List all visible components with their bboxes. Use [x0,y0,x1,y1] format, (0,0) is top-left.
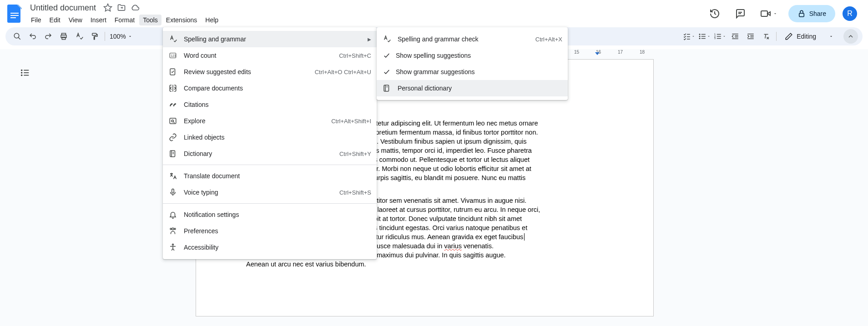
share-label: Share [809,10,826,17]
tools-compare[interactable]: Compare documents [163,80,377,96]
link-icon [168,133,177,142]
increase-indent-icon[interactable] [743,29,758,44]
accessibility-icon [168,243,177,252]
explore-icon [168,116,177,125]
star-icon[interactable] [103,3,112,12]
comments-icon[interactable] [731,5,749,23]
menu-extensions[interactable]: Extensions [162,15,201,25]
docs-logo-icon[interactable] [5,5,24,23]
tools-translate[interactable]: Translate document [163,168,377,184]
svg-line-10 [18,37,20,40]
spellcheck-icon [168,35,177,44]
svg-point-42 [21,72,23,74]
menu-format[interactable]: Format [111,15,138,25]
history-icon[interactable] [706,5,724,23]
paint-format-icon[interactable] [87,29,102,44]
menu-edit[interactable]: Edit [46,15,64,25]
tools-citations[interactable]: Citations [163,96,377,113]
word-count-icon: 123 [168,51,177,60]
svg-point-18 [699,34,700,35]
collapse-toolbar-icon[interactable] [843,29,858,44]
spelling-submenu: Spelling and grammar check Ctrl+Alt+X Sh… [377,27,568,100]
svg-point-9 [14,33,19,38]
search-icon[interactable] [10,29,25,44]
svg-point-59 [174,228,176,230]
outline-toggle-icon[interactable] [17,65,33,80]
menu-insert[interactable]: Insert [87,15,110,25]
tools-dropdown: Spelling and grammar ▶ 123 Word count Ct… [163,27,377,259]
menu-help[interactable]: Help [202,15,222,25]
mic-icon [168,188,177,197]
submenu-show-spelling[interactable]: Show spelling suggestions [377,47,568,64]
spellcheck-icon [382,35,391,44]
tools-voice-typing[interactable]: Voice typing Ctrl+Shift+S [163,184,377,201]
compare-icon [168,84,177,93]
check-icon [382,68,391,75]
tools-explore[interactable]: Explore Ctrl+Alt+Shift+I [163,113,377,129]
submenu-spellcheck[interactable]: Spelling and grammar check Ctrl+Alt+X [377,31,568,47]
mode-selector[interactable]: Editing [779,30,839,43]
tools-word-count[interactable]: 123 Word count Ctrl+Shift+C [163,47,377,64]
review-icon [168,67,177,76]
clear-formatting-icon[interactable] [759,29,773,44]
submenu-personal-dictionary[interactable]: Personal dictionary [377,80,568,96]
svg-text:123: 123 [171,54,177,57]
bell-icon [168,210,177,219]
bulleted-list-icon[interactable] [697,29,712,44]
menu-view[interactable]: View [65,15,86,25]
undo-icon[interactable] [25,29,40,44]
redo-icon[interactable] [41,29,56,44]
meet-icon[interactable] [757,5,781,23]
menu-file[interactable]: File [27,15,45,25]
svg-point-40 [21,70,23,71]
zoom-selector[interactable]: 100% [108,33,134,40]
menu-tools[interactable]: Tools [139,15,161,25]
svg-line-52 [174,122,175,123]
svg-rect-19 [701,34,705,35]
svg-text:3: 3 [714,37,716,40]
check-icon [382,52,391,59]
tools-dictionary[interactable]: Dictionary Ctrl+Shift+Y [163,145,377,162]
tools-spelling-grammar[interactable]: Spelling and grammar ▶ [163,31,377,47]
numbered-list-icon[interactable]: 123 [712,29,727,44]
svg-point-58 [172,228,174,230]
document-title[interactable]: Untitled document [27,2,99,14]
text-cursor [524,233,525,241]
tools-linked-objects[interactable]: Linked objects [163,129,377,145]
svg-marker-3 [104,4,112,11]
cloud-status-icon[interactable] [131,3,140,12]
book-icon [382,84,391,93]
svg-point-22 [699,38,700,39]
spelling-error: varius [444,242,462,250]
decrease-indent-icon[interactable] [728,29,742,44]
share-button[interactable]: Share [788,5,835,22]
svg-rect-21 [701,36,705,37]
tools-notifications[interactable]: Notification settings [163,206,377,223]
quote-icon [168,100,177,109]
preferences-icon [168,226,177,236]
svg-rect-23 [701,38,705,39]
svg-rect-41 [24,70,29,71]
tools-review-edits[interactable]: Review suggested edits Ctrl+Alt+O Ctrl+A… [163,64,377,80]
tools-preferences[interactable]: Preferences [163,223,377,239]
svg-point-44 [21,75,23,76]
checklist-icon[interactable] [681,29,696,44]
svg-rect-57 [172,189,174,193]
spellcheck-icon[interactable] [72,29,86,44]
svg-rect-43 [24,72,29,73]
svg-point-51 [172,120,174,122]
move-folder-icon[interactable] [117,3,126,12]
user-avatar[interactable]: R [843,6,857,21]
svg-rect-2 [10,17,16,18]
lock-icon [797,10,806,18]
menubar: File Edit View Insert Format Tools Exten… [27,15,222,25]
submenu-show-grammar[interactable]: Show grammar suggestions [377,64,568,80]
print-icon[interactable] [56,29,71,44]
svg-rect-62 [384,85,389,91]
pencil-icon [785,32,793,40]
svg-rect-1 [10,15,19,16]
svg-point-20 [699,36,700,37]
chevron-right-icon: ▶ [368,37,371,42]
tools-accessibility[interactable]: Accessibility [163,239,377,256]
svg-rect-8 [799,13,804,17]
